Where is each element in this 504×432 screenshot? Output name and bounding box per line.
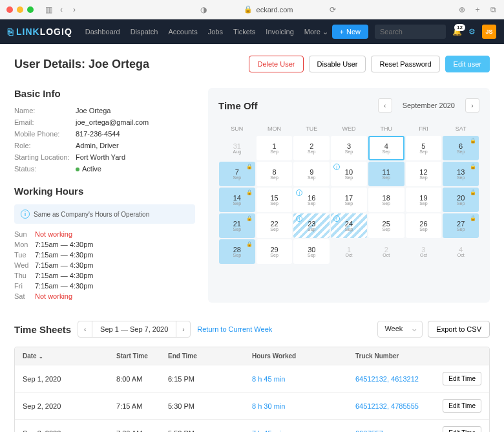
- calendar-day[interactable]: 🔒14Sep: [219, 188, 255, 212]
- col-hours[interactable]: Hours Worked: [252, 352, 355, 360]
- nav-item-invoicing[interactable]: Invoicing: [266, 28, 293, 36]
- calendar-day[interactable]: 19Sep: [406, 188, 442, 212]
- calendar-day[interactable]: 15Sep: [257, 188, 293, 212]
- nav-item-jobs[interactable]: Jobs: [208, 28, 223, 36]
- cell-end: 5:30 PM: [168, 402, 252, 410]
- close-window-icon[interactable]: [6, 6, 13, 13]
- calendar-month-label: Oct: [457, 253, 465, 257]
- calendar-month-label: Sep: [457, 227, 465, 232]
- calendar-day[interactable]: 26Sep: [406, 213, 442, 238]
- calendar-day[interactable]: i16Sep: [293, 188, 330, 212]
- col-date[interactable]: Date⌄: [23, 352, 116, 360]
- settings-button[interactable]: ⚙: [468, 27, 476, 36]
- calendar-day[interactable]: 🔒20Sep: [443, 188, 479, 212]
- edit-time-button[interactable]: Edit Time: [443, 372, 481, 385]
- avatar[interactable]: JS: [482, 25, 496, 39]
- reset-password-button[interactable]: Reset Password: [371, 56, 439, 72]
- truck-link[interactable]: 64512132, 4785555: [355, 402, 419, 410]
- calendar-day[interactable]: 🔒28Sep: [219, 239, 255, 264]
- maximize-window-icon[interactable]: [27, 6, 34, 13]
- calendar-day[interactable]: 🔒6Sep: [443, 136, 479, 160]
- edit-time-button[interactable]: Edit Time: [443, 399, 481, 413]
- calendar-day[interactable]: 25Sep: [368, 213, 404, 238]
- hours-row: SunNot working: [14, 230, 195, 238]
- new-button[interactable]: +New: [332, 25, 368, 39]
- calendar-day[interactable]: i23Sep: [293, 213, 330, 238]
- calendar-day[interactable]: 1Sep: [257, 136, 293, 160]
- nav-item-tickets[interactable]: Tickets: [233, 28, 255, 36]
- hours-day: Thu: [14, 272, 35, 279]
- calendar-day[interactable]: 9Sep: [293, 162, 330, 186]
- nav-item-dashboard[interactable]: Dashboard: [85, 28, 120, 36]
- sidebar-toggle-icon[interactable]: ▥: [44, 5, 53, 14]
- calendar-prev-button[interactable]: ‹: [378, 98, 392, 113]
- view-select[interactable]: Week: [377, 321, 423, 338]
- lock-icon: 🔒: [246, 215, 253, 221]
- col-truck[interactable]: Truck Number: [355, 352, 433, 360]
- info-label: Status:: [14, 165, 76, 173]
- col-end[interactable]: End Time: [168, 352, 252, 360]
- hours-link[interactable]: 8 h 30 min: [252, 402, 285, 410]
- truck-link[interactable]: 6687557: [355, 429, 383, 433]
- nav-item-dispatch[interactable]: Dispatch: [131, 28, 158, 36]
- hours-link[interactable]: 8 h 45 min: [252, 375, 285, 383]
- calendar-day[interactable]: 29Sep: [257, 239, 293, 264]
- hours-row: Wed7:15am — 4:30pm: [14, 261, 195, 269]
- calendar-day[interactable]: 3Sep: [331, 136, 367, 160]
- truck-link[interactable]: 64512132, 4613212: [355, 375, 419, 383]
- delete-user-button[interactable]: Delete User: [249, 56, 303, 72]
- calendar-day[interactable]: 11Sep: [368, 162, 404, 186]
- range-next-button[interactable]: ›: [176, 321, 190, 337]
- calendar-day[interactable]: i24Sep: [331, 213, 367, 238]
- calendar-day[interactable]: 🔒7Sep: [219, 162, 255, 186]
- refresh-icon[interactable]: ⟳: [328, 5, 337, 14]
- hours-link[interactable]: 7 h 45 min: [252, 429, 285, 433]
- calendar-day[interactable]: 5Sep: [406, 136, 442, 160]
- nav-item-accounts[interactable]: Accounts: [168, 28, 197, 36]
- calendar-day[interactable]: i10Sep: [331, 162, 367, 186]
- calendar-month-label: Sep: [270, 227, 278, 232]
- new-tab-icon[interactable]: +: [473, 5, 482, 14]
- hours-row: Tue7:15am — 4:30pm: [14, 251, 195, 259]
- notifications-button[interactable]: 🔔 12: [452, 27, 462, 36]
- minimize-window-icon[interactable]: [17, 6, 23, 13]
- calendar-day[interactable]: 30Sep: [293, 239, 330, 264]
- return-current-week-link[interactable]: Return to Current Week: [197, 325, 272, 333]
- calendar-month-label: Sep: [270, 253, 278, 257]
- calendar-next-button[interactable]: ›: [465, 98, 479, 113]
- hours-value: 7:15am — 4:30pm: [35, 241, 94, 248]
- back-icon[interactable]: ‹: [57, 5, 66, 14]
- nav-item-more[interactable]: More ⌄: [304, 28, 328, 36]
- calendar-month-label: Sep: [233, 253, 241, 257]
- calendar-day[interactable]: 2Sep: [293, 136, 330, 160]
- calendar-day[interactable]: 8Sep: [257, 162, 293, 186]
- calendar-day[interactable]: 🔒13Sep: [443, 162, 479, 186]
- calendar-day[interactable]: 12Sep: [406, 162, 442, 186]
- edit-time-button[interactable]: Edit Time: [443, 426, 481, 432]
- share-icon[interactable]: ⊕: [457, 5, 467, 14]
- calendar-month-label: Sep: [419, 227, 427, 232]
- shield-icon[interactable]: ◑: [199, 5, 208, 14]
- info-row: Starting Location:Fort Worth Yard: [14, 153, 195, 161]
- calendar-day[interactable]: 🔒27Sep: [443, 213, 479, 238]
- calendar-month-label: Sep: [457, 201, 465, 206]
- calendar-day[interactable]: 🔒21Sep: [219, 213, 255, 238]
- calendar-day[interactable]: 4Sep: [368, 136, 404, 160]
- calendar-day[interactable]: 18Sep: [368, 188, 404, 212]
- range-prev-button[interactable]: ‹: [78, 321, 92, 337]
- tabs-icon[interactable]: ⧉: [488, 5, 498, 14]
- date-range-picker[interactable]: ‹ Sep 1 — Sep 7, 2020 ›: [78, 321, 191, 338]
- calendar-day[interactable]: 17Sep: [331, 188, 367, 212]
- info-value: 817-236-4544: [76, 130, 120, 138]
- cell-end: 6:15 PM: [168, 375, 252, 383]
- export-csv-button[interactable]: Export to CSV: [428, 321, 490, 338]
- disable-user-button[interactable]: Disable User: [309, 56, 366, 72]
- forward-icon[interactable]: ›: [70, 5, 79, 14]
- col-start[interactable]: Start Time: [116, 352, 168, 360]
- calendar-day[interactable]: 22Sep: [257, 213, 293, 238]
- url-bar[interactable]: 🔒 eckard.com: [212, 5, 324, 14]
- logo[interactable]: ⎘ LINKLOGIQ: [8, 27, 72, 37]
- notification-badge: 12: [454, 24, 465, 31]
- edit-user-button[interactable]: Edit user: [445, 56, 490, 72]
- search-input[interactable]: [375, 25, 446, 39]
